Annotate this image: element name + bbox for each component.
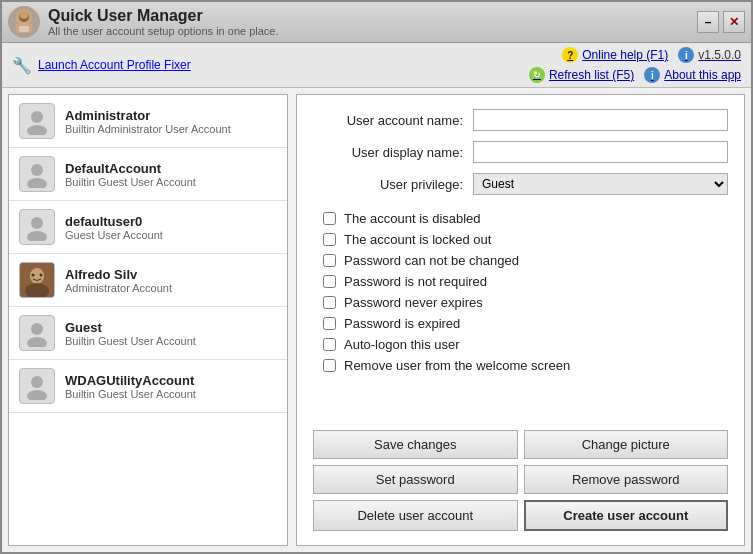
checkbox-row: Password never expires [323, 295, 728, 310]
create-user-account-button[interactable]: Create user account [524, 500, 729, 531]
svg-point-8 [27, 178, 47, 188]
user-list-item[interactable]: defaultuser0 Guest User Account [9, 201, 287, 254]
checkboxes-section: The account is disabled The account is l… [313, 211, 728, 379]
checkbox-row: Remove user from the welcome screen [323, 358, 728, 373]
toolbar-left: 🔧 Launch Account Profile Fixer [12, 56, 513, 75]
svg-point-5 [31, 111, 43, 123]
user-name: Administrator [65, 108, 231, 123]
checkbox-cb8[interactable] [323, 359, 336, 372]
user-avatar [19, 156, 55, 192]
checkbox-cb2[interactable] [323, 233, 336, 246]
user-list-item[interactable]: WDAGUtilityAccount Builtin Guest User Ac… [9, 360, 287, 413]
delete-user-account-button[interactable]: Delete user account [313, 500, 518, 531]
user-desc: Builtin Guest User Account [65, 176, 196, 188]
svg-point-17 [27, 337, 47, 347]
window-controls: – ✕ [697, 11, 745, 33]
about-link[interactable]: i About this app [644, 67, 741, 83]
svg-point-10 [27, 231, 47, 241]
close-button[interactable]: ✕ [723, 11, 745, 33]
user-avatar [19, 103, 55, 139]
account-name-input[interactable] [473, 109, 728, 131]
checkbox-cb6[interactable] [323, 317, 336, 330]
account-name-label: User account name: [313, 113, 473, 128]
user-desc: Guest User Account [65, 229, 163, 241]
checkbox-cb3[interactable] [323, 254, 336, 267]
display-name-label: User display name: [313, 145, 473, 160]
user-list-item[interactable]: Alfredo Silv Administrator Account [9, 254, 287, 307]
online-help-link[interactable]: ? Online help (F1) [562, 47, 668, 63]
checkbox-label: Password is not required [344, 274, 487, 289]
user-name: defaultuser0 [65, 214, 163, 229]
svg-point-16 [31, 323, 43, 335]
privilege-label: User privilege: [313, 177, 473, 192]
privilege-row: User privilege: GuestStandard UserAdmini… [313, 173, 728, 195]
user-list-item[interactable]: Guest Builtin Guest User Account [9, 307, 287, 360]
checkbox-cb5[interactable] [323, 296, 336, 309]
user-name: WDAGUtilityAccount [65, 373, 196, 388]
toolbar: 🔧 Launch Account Profile Fixer ? Online … [2, 43, 751, 88]
title-text-group: Quick User Manager All the user account … [48, 7, 697, 37]
checkbox-cb7[interactable] [323, 338, 336, 351]
account-name-row: User account name: [313, 109, 728, 131]
toolbar-bottom-row: ↻ Refresh list (F5) i About this app [529, 67, 741, 83]
svg-point-2 [20, 11, 28, 19]
set-password-button[interactable]: Set password [313, 465, 518, 494]
display-name-input[interactable] [473, 141, 728, 163]
user-list-item[interactable]: Administrator Builtin Administrator User… [9, 95, 287, 148]
user-info: WDAGUtilityAccount Builtin Guest User Ac… [65, 373, 196, 400]
buttons-section: Save changes Change picture Set password… [313, 430, 728, 531]
checkbox-row: The account is disabled [323, 211, 728, 226]
user-name: Alfredo Silv [65, 267, 172, 282]
checkbox-label: Password never expires [344, 295, 483, 310]
user-info: DefaultAccount Builtin Guest User Accoun… [65, 161, 196, 188]
title-bar: Quick User Manager All the user account … [2, 2, 751, 43]
app-subtitle: All the user account setup options in on… [48, 25, 697, 37]
toolbar-top-row: ? Online help (F1) i v1.5.0.0 [562, 47, 741, 63]
user-info: Guest Builtin Guest User Account [65, 320, 196, 347]
change-picture-button[interactable]: Change picture [524, 430, 729, 459]
display-name-row: User display name: [313, 141, 728, 163]
checkbox-label: Password is expired [344, 316, 460, 331]
user-name: Guest [65, 320, 196, 335]
about-info-icon: i [644, 67, 660, 83]
user-desc: Administrator Account [65, 282, 172, 294]
checkbox-cb1[interactable] [323, 212, 336, 225]
user-desc: Builtin Guest User Account [65, 335, 196, 347]
checkbox-row: Auto-logon this user [323, 337, 728, 352]
minimize-button[interactable]: – [697, 11, 719, 33]
user-details-panel: User account name: User display name: Us… [296, 94, 745, 546]
user-desc: Builtin Guest User Account [65, 388, 196, 400]
svg-point-18 [31, 376, 43, 388]
remove-password-button[interactable]: Remove password [524, 465, 729, 494]
user-avatar [19, 315, 55, 351]
version-label: i v1.5.0.0 [678, 47, 741, 63]
toolbar-right: ? Online help (F1) i v1.5.0.0 ↻ Refresh … [529, 47, 741, 83]
main-window: Quick User Manager All the user account … [0, 0, 753, 554]
refresh-list-link[interactable]: ↻ Refresh list (F5) [529, 67, 634, 83]
launch-profile-fixer-link[interactable]: Launch Account Profile Fixer [38, 58, 191, 72]
user-info: Administrator Builtin Administrator User… [65, 108, 231, 135]
user-list-item[interactable]: DefaultAccount Builtin Guest User Accoun… [9, 148, 287, 201]
user-desc: Builtin Administrator User Account [65, 123, 231, 135]
svg-rect-4 [19, 26, 29, 32]
app-title: Quick User Manager [48, 7, 697, 25]
checkbox-row: Password is not required [323, 274, 728, 289]
refresh-icon: ↻ [529, 67, 545, 83]
svg-point-14 [32, 274, 35, 277]
user-info: defaultuser0 Guest User Account [65, 214, 163, 241]
user-avatar [19, 262, 55, 298]
help-icon: ? [562, 47, 578, 63]
main-content: Administrator Builtin Administrator User… [2, 88, 751, 552]
privilege-select[interactable]: GuestStandard UserAdministrator [473, 173, 728, 195]
checkbox-row: Password can not be changed [323, 253, 728, 268]
checkbox-label: Password can not be changed [344, 253, 519, 268]
svg-point-7 [31, 164, 43, 176]
checkbox-cb4[interactable] [323, 275, 336, 288]
checkbox-label: The account is disabled [344, 211, 481, 226]
checkbox-row: The account is locked out [323, 232, 728, 247]
user-list-panel: Administrator Builtin Administrator User… [8, 94, 288, 546]
checkbox-label: Auto-logon this user [344, 337, 460, 352]
svg-point-6 [27, 125, 47, 135]
user-info: Alfredo Silv Administrator Account [65, 267, 172, 294]
save-changes-button[interactable]: Save changes [313, 430, 518, 459]
